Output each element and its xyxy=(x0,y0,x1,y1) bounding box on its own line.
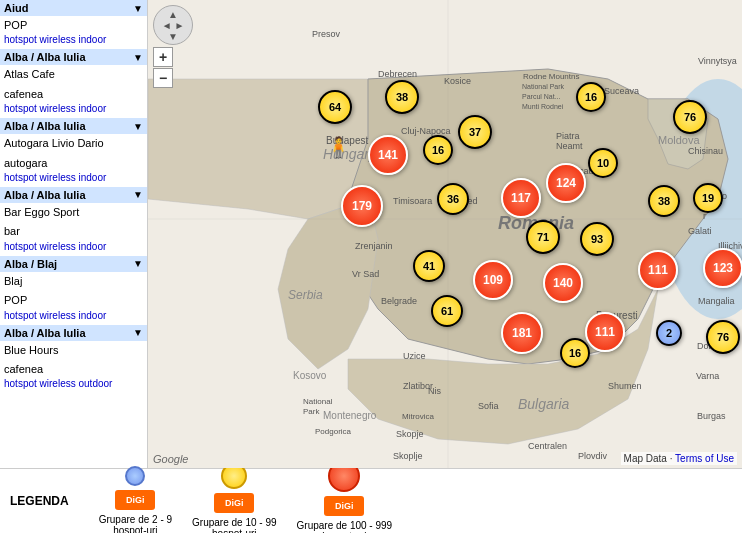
cluster-c18[interactable]: 109 xyxy=(473,260,513,300)
place-name[interactable]: autogara xyxy=(4,156,143,171)
cluster-c12[interactable]: 124 xyxy=(546,163,586,203)
svg-text:Presov: Presov xyxy=(312,29,341,39)
cluster-c7[interactable]: 16 xyxy=(423,135,453,165)
place-name[interactable]: POP xyxy=(4,293,143,308)
cluster-c6[interactable]: 141 xyxy=(368,135,408,175)
hotspot-link[interactable]: hotspot xyxy=(4,103,37,114)
cluster-c23[interactable]: 181 xyxy=(501,312,543,354)
cluster-c22[interactable]: 61 xyxy=(431,295,463,327)
svg-text:National Park: National Park xyxy=(522,83,565,90)
sidebar-header[interactable]: Alba / Alba Iulia▼ xyxy=(0,187,147,203)
cluster-value-c4: 16 xyxy=(585,91,597,103)
zoom-in-button[interactable]: + xyxy=(153,47,173,67)
svg-text:Suceava: Suceava xyxy=(604,86,639,96)
cluster-c20[interactable]: 111 xyxy=(638,250,678,290)
sidebar-header-arrow: ▼ xyxy=(133,189,143,200)
cluster-value-c23: 181 xyxy=(512,326,532,340)
sidebar-item: POPhotspot wireless indoor xyxy=(0,16,147,49)
legend-circle-blue xyxy=(125,466,145,486)
cluster-value-c5: 76 xyxy=(684,111,696,123)
google-logo: Google xyxy=(153,453,188,465)
sidebar-header[interactable]: Alba / Alba Iulia▼ xyxy=(0,325,147,341)
cluster-c4[interactable]: 16 xyxy=(576,82,606,112)
cluster-c3[interactable]: 37 xyxy=(458,115,492,149)
sidebar-header[interactable]: Alba / Alba Iulia▼ xyxy=(0,49,147,65)
place-type: hotspot wireless outdoor xyxy=(4,377,143,391)
cluster-c14[interactable]: 19 xyxy=(693,183,723,213)
hotspot-link[interactable]: hotspot xyxy=(4,378,37,389)
svg-text:Serbia: Serbia xyxy=(288,288,323,302)
legend-item-small: DiGi Grupare de 2 - 9hospot-uri xyxy=(99,466,172,533)
cluster-c1[interactable]: 64 xyxy=(318,90,352,124)
cluster-value-c1: 64 xyxy=(329,101,341,113)
svg-text:Plovdiv: Plovdiv xyxy=(578,451,608,461)
sidebar-item: cafeneahotspot wireless indoor xyxy=(0,85,147,118)
cluster-c11[interactable]: 117 xyxy=(501,178,541,218)
place-type: hotspot wireless indoor xyxy=(4,309,143,323)
sidebar-header[interactable]: Aiud▼ xyxy=(0,0,147,16)
place-name[interactable]: Blaj xyxy=(4,274,143,289)
cluster-value-c26: 2 xyxy=(666,327,672,339)
sidebar-item: Autogara Livio Dario xyxy=(0,134,147,153)
svg-text:Galati: Galati xyxy=(688,226,712,236)
cluster-c17[interactable]: 41 xyxy=(413,250,445,282)
sidebar-item: Blue Hours xyxy=(0,341,147,360)
cluster-value-c6: 141 xyxy=(378,148,398,162)
sidebar: Aiud▼POPhotspot wireless indoorAlba / Al… xyxy=(0,0,148,468)
hotspot-link[interactable]: hotspot xyxy=(4,172,37,183)
place-name[interactable]: cafenea xyxy=(4,362,143,377)
cluster-value-c13: 38 xyxy=(658,195,670,207)
place-name[interactable]: Autogara Livio Dario xyxy=(4,136,143,151)
cluster-c26[interactable]: 2 xyxy=(656,320,682,346)
map-attribution: Map Data · Terms of Use xyxy=(621,452,737,465)
cluster-c24[interactable]: 111 xyxy=(585,312,625,352)
svg-text:Mangalia: Mangalia xyxy=(698,296,735,306)
cluster-c9[interactable]: 179 xyxy=(341,185,383,227)
cluster-value-c27: 76 xyxy=(717,331,729,343)
sidebar-header[interactable]: Alba / Alba Iulia▼ xyxy=(0,118,147,134)
cluster-value-c21: 123 xyxy=(713,261,733,275)
svg-text:Neamt: Neamt xyxy=(556,141,583,151)
legend-title: LEGENDA xyxy=(10,494,69,508)
cluster-c8[interactable]: 10 xyxy=(588,148,618,178)
cluster-c15[interactable]: 71 xyxy=(526,220,560,254)
hotspot-link[interactable]: hotspot xyxy=(4,310,37,321)
svg-text:Rodne Mountns: Rodne Mountns xyxy=(523,72,579,81)
place-name[interactable]: POP xyxy=(4,18,143,33)
street-view-pegman[interactable]: 🧍 xyxy=(326,135,351,159)
cluster-c21[interactable]: 123 xyxy=(703,248,742,288)
hotspot-link[interactable]: hotspot xyxy=(4,241,37,252)
terms-of-use-link[interactable]: Terms of Use xyxy=(675,453,734,464)
place-name[interactable]: Atlas Cafe xyxy=(4,67,143,82)
svg-text:Park: Park xyxy=(303,407,320,416)
cluster-c25[interactable]: 16 xyxy=(560,338,590,368)
cluster-c13[interactable]: 38 xyxy=(648,185,680,217)
cluster-value-c10: 36 xyxy=(447,193,459,205)
cluster-value-c20: 111 xyxy=(648,263,668,277)
cluster-c16[interactable]: 93 xyxy=(580,222,614,256)
cluster-c27[interactable]: 76 xyxy=(706,320,740,354)
svg-text:Piatra: Piatra xyxy=(556,131,580,141)
sidebar-header-label: Alba / Blaj xyxy=(4,258,57,270)
svg-text:Podgorica: Podgorica xyxy=(315,427,352,436)
place-type: hotspot wireless indoor xyxy=(4,33,143,47)
map-data-label: Map Data xyxy=(624,453,667,464)
place-name[interactable]: cafenea xyxy=(4,87,143,102)
cluster-c10[interactable]: 36 xyxy=(437,183,469,215)
cluster-c19[interactable]: 140 xyxy=(543,263,583,303)
cluster-c2[interactable]: 38 xyxy=(385,80,419,114)
legend-text-medium: Grupare de 10 - 99hospot-uri xyxy=(192,517,277,533)
place-name[interactable]: Blue Hours xyxy=(4,343,143,358)
hotspot-link[interactable]: hotspot xyxy=(4,34,37,45)
nav-circle[interactable]: ▲◄ ►▼ xyxy=(153,5,193,45)
cluster-c5[interactable]: 76 xyxy=(673,100,707,134)
svg-text:Kosovo: Kosovo xyxy=(293,370,327,381)
place-name[interactable]: bar xyxy=(4,224,143,239)
cluster-value-c8: 10 xyxy=(597,157,609,169)
zoom-out-button[interactable]: − xyxy=(153,68,173,88)
svg-text:Burgas: Burgas xyxy=(697,411,726,421)
sidebar-header[interactable]: Alba / Blaj▼ xyxy=(0,256,147,272)
cluster-value-c9: 179 xyxy=(352,199,372,213)
sidebar-header-label: Aiud xyxy=(4,2,28,14)
place-name[interactable]: Bar Eggo Sport xyxy=(4,205,143,220)
